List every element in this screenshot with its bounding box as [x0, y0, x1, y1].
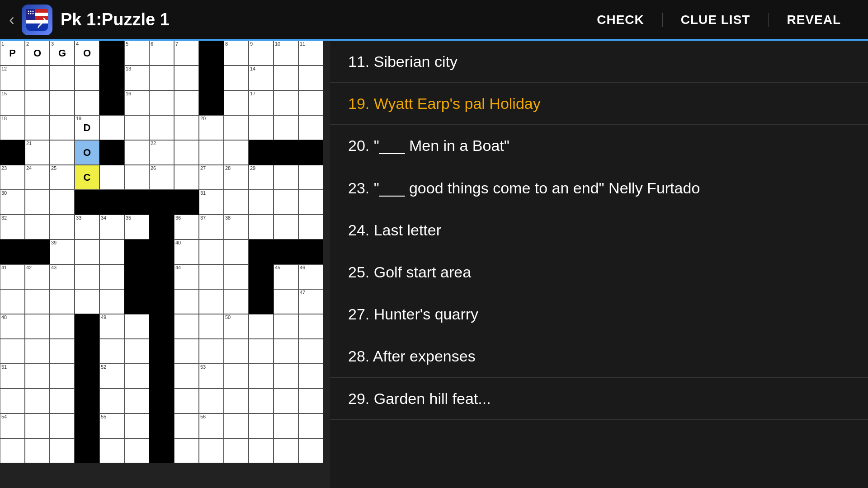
cell-9-7[interactable]: 44 — [174, 264, 199, 289]
cell-14-5[interactable] — [124, 389, 149, 413]
cell-4-7[interactable] — [174, 140, 199, 165]
cell-10-11[interactable] — [274, 289, 298, 314]
cell-5-0[interactable]: 23 — [0, 165, 25, 190]
cell-3-1[interactable] — [25, 115, 50, 140]
cell-1-10[interactable]: 14 — [249, 66, 274, 90]
cell-11-1[interactable] — [25, 314, 50, 339]
cell-0-0[interactable]: 1P — [0, 41, 25, 66]
cell-16-1[interactable] — [25, 438, 50, 463]
cell-10-9[interactable] — [224, 289, 249, 314]
cell-5-4[interactable] — [99, 165, 124, 190]
cell-7-11[interactable] — [274, 215, 298, 239]
cell-7-4[interactable]: 34 — [99, 215, 124, 239]
cell-15-11[interactable] — [274, 413, 298, 438]
cell-7-12[interactable] — [298, 215, 323, 239]
cell-8-5[interactable] — [124, 239, 149, 264]
cell-16-12[interactable] — [298, 438, 323, 463]
cell-1-3[interactable] — [75, 66, 99, 90]
cell-4-0[interactable] — [0, 140, 25, 165]
cell-16-4[interactable] — [99, 438, 124, 463]
cell-9-9[interactable] — [224, 264, 249, 289]
cell-13-5[interactable] — [124, 364, 149, 389]
cell-8-10[interactable] — [249, 239, 274, 264]
cell-10-0[interactable] — [0, 289, 25, 314]
cell-12-11[interactable] — [274, 339, 298, 364]
cell-4-11[interactable] — [274, 140, 298, 165]
cell-1-6[interactable] — [149, 66, 174, 90]
cell-6-11[interactable] — [274, 190, 298, 215]
cell-4-1[interactable]: 21 — [25, 140, 50, 165]
cell-10-3[interactable] — [75, 289, 99, 314]
cell-9-1[interactable]: 42 — [25, 264, 50, 289]
cell-2-11[interactable] — [274, 90, 298, 115]
cell-6-4[interactable] — [99, 190, 124, 215]
cell-14-8[interactable] — [199, 389, 224, 413]
cell-5-10[interactable]: 29 — [249, 165, 274, 190]
cell-10-4[interactable] — [99, 289, 124, 314]
cell-2-1[interactable] — [25, 90, 50, 115]
cell-3-10[interactable] — [249, 115, 274, 140]
cell-3-2[interactable] — [50, 115, 75, 140]
reveal-button[interactable]: REVEAL — [768, 13, 859, 27]
cell-10-7[interactable] — [174, 289, 199, 314]
cell-4-12[interactable] — [298, 140, 323, 165]
cell-1-7[interactable] — [174, 66, 199, 90]
cell-3-0[interactable]: 18 — [0, 115, 25, 140]
cell-16-9[interactable] — [224, 438, 249, 463]
cell-14-2[interactable] — [50, 389, 75, 413]
cell-9-6[interactable] — [149, 264, 174, 289]
cell-13-10[interactable] — [249, 364, 274, 389]
cell-3-3[interactable]: 19D — [75, 115, 99, 140]
crossword-grid[interactable]: 1P2O3G4O5678910111213141516171819D2021O2… — [0, 41, 330, 488]
clue-item-20[interactable]: 20. "___ Men in a Boat" — [330, 125, 868, 167]
cell-13-1[interactable] — [25, 364, 50, 389]
cell-8-9[interactable] — [224, 239, 249, 264]
cell-6-6[interactable] — [149, 190, 174, 215]
cell-16-11[interactable] — [274, 438, 298, 463]
cell-0-12[interactable]: 11 — [298, 41, 323, 66]
cell-7-3[interactable]: 33 — [75, 215, 99, 239]
cell-7-5[interactable]: 35 — [124, 215, 149, 239]
cell-14-6[interactable] — [149, 389, 174, 413]
cell-5-11[interactable] — [274, 165, 298, 190]
cell-2-7[interactable] — [174, 90, 199, 115]
cell-2-8[interactable] — [199, 90, 224, 115]
cell-11-4[interactable]: 49 — [99, 314, 124, 339]
cell-3-4[interactable] — [99, 115, 124, 140]
cell-9-11[interactable]: 45 — [274, 264, 298, 289]
cell-6-8[interactable]: 31 — [199, 190, 224, 215]
cell-11-2[interactable] — [50, 314, 75, 339]
cell-4-2[interactable] — [50, 140, 75, 165]
cell-0-5[interactable]: 5 — [124, 41, 149, 66]
cell-7-1[interactable] — [25, 215, 50, 239]
cell-16-10[interactable] — [249, 438, 274, 463]
cell-5-7[interactable] — [174, 165, 199, 190]
cell-8-12[interactable] — [298, 239, 323, 264]
cell-13-11[interactable] — [274, 364, 298, 389]
cell-8-7[interactable]: 40 — [174, 239, 199, 264]
cell-14-9[interactable] — [224, 389, 249, 413]
cell-12-1[interactable] — [25, 339, 50, 364]
cell-6-3[interactable] — [75, 190, 99, 215]
cell-11-12[interactable] — [298, 314, 323, 339]
cell-16-0[interactable] — [0, 438, 25, 463]
cell-0-11[interactable]: 10 — [274, 41, 298, 66]
cell-14-11[interactable] — [274, 389, 298, 413]
cell-5-2[interactable]: 25 — [50, 165, 75, 190]
cell-10-12[interactable]: 47 — [298, 289, 323, 314]
cell-6-0[interactable]: 30 — [0, 190, 25, 215]
cell-13-7[interactable] — [174, 364, 199, 389]
cell-11-10[interactable] — [249, 314, 274, 339]
cell-15-6[interactable] — [149, 413, 174, 438]
cell-8-3[interactable] — [75, 239, 99, 264]
cell-15-0[interactable]: 54 — [0, 413, 25, 438]
cell-15-12[interactable] — [298, 413, 323, 438]
clue-item-19[interactable]: 19. Wyatt Earp's pal Holiday — [330, 83, 868, 125]
cell-11-6[interactable] — [149, 314, 174, 339]
cell-11-3[interactable] — [75, 314, 99, 339]
cell-10-2[interactable] — [50, 289, 75, 314]
cell-9-4[interactable] — [99, 264, 124, 289]
cell-5-12[interactable] — [298, 165, 323, 190]
cell-2-10[interactable]: 17 — [249, 90, 274, 115]
clue-list-button[interactable]: CLUE LIST — [662, 13, 769, 27]
